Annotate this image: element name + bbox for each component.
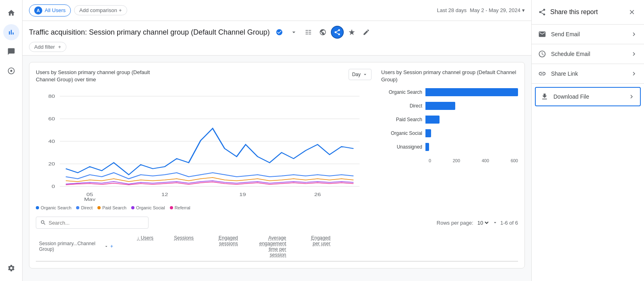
chart-legend: Organic Search Direct Paid Search O	[36, 205, 372, 210]
panel-item-left: Schedule Email	[538, 50, 590, 58]
charts-area: Users by Session primary channel group (…	[23, 56, 531, 281]
checkmark-icon-button[interactable]	[273, 26, 286, 39]
sidebar-item-advertising[interactable]	[3, 63, 19, 79]
chevron-right-icon	[630, 70, 638, 77]
col-users-header[interactable]: ↓ Users	[116, 235, 157, 258]
rows-per-page-label: Rows per page:	[437, 220, 473, 226]
legend-label: Organic Search	[41, 205, 71, 210]
add-comparison-button[interactable]: Add comparison +	[74, 5, 127, 15]
email-icon	[538, 30, 546, 38]
search-input-wrap	[36, 217, 149, 229]
all-users-chip[interactable]: A All Users	[29, 4, 71, 17]
close-panel-button[interactable]	[626, 6, 638, 18]
sidebar-item-home[interactable]	[3, 5, 19, 21]
schedule-email-label: Schedule Email	[551, 51, 590, 57]
legend-dot	[97, 206, 101, 209]
avatar: A	[34, 6, 42, 14]
svg-text:80: 80	[48, 95, 55, 99]
day-selector[interactable]: Day	[349, 69, 372, 80]
panel-title: Share this report	[550, 8, 598, 16]
search-input[interactable]	[49, 220, 144, 226]
add-filter-button[interactable]: Add filter +	[29, 42, 66, 52]
legend-direct: Direct	[76, 205, 93, 210]
chevron-right-icon	[628, 93, 635, 100]
legend-organic-search: Organic Search	[36, 205, 71, 210]
panel-item-left: Download File	[541, 93, 589, 101]
svg-text:20: 20	[48, 162, 55, 167]
col-sessions-header[interactable]: Sessions	[157, 235, 197, 258]
plus-icon[interactable]: +	[110, 244, 113, 249]
sidebar	[0, 0, 23, 281]
col-channel-header[interactable]: Session primary...Channel Group) +	[36, 235, 116, 258]
top-bar: A All Users Add comparison + Last 28 day…	[23, 0, 531, 21]
legend-dot	[76, 206, 79, 209]
schedule-email-item[interactable]: Schedule Email	[532, 44, 644, 64]
page-title: Traffic acquisition: Session primary cha…	[29, 28, 270, 37]
legend-label: Referral	[175, 205, 190, 210]
date-range-selector[interactable]: May 2 - May 29, 2024 ▾	[470, 7, 525, 13]
all-users-label: All Users	[45, 7, 66, 13]
bar-row-direct: Direct	[381, 102, 518, 110]
bar-track	[425, 116, 518, 124]
day-label: Day	[352, 72, 361, 77]
svg-text:May: May	[84, 198, 96, 201]
panel-header: Share this report	[532, 0, 644, 25]
col-channel-label: Session primary...Channel Group)	[39, 241, 102, 252]
chevron-down-icon	[104, 244, 109, 249]
search-row: Rows per page: 10 25 50 1-6 of 6	[36, 217, 518, 229]
bar-fill	[425, 143, 429, 151]
panel-header-left: Share this report	[538, 8, 598, 16]
edit-icon-button[interactable]	[360, 26, 373, 39]
top-bar-right: Last 28 days May 2 - May 29, 2024 ▾	[437, 7, 525, 13]
chart-card: Users by Session primary channel group (…	[29, 62, 525, 269]
sparkle-icon-button[interactable]	[345, 26, 358, 39]
legend-organic-social: Organic Social	[131, 205, 165, 210]
bar-track	[425, 143, 518, 151]
line-chart-section: Users by Session primary channel group (…	[36, 69, 372, 210]
table-header: Session primary...Channel Group) + ↓ Use…	[36, 232, 518, 262]
line-chart-header: Users by Session primary channel group (…	[36, 69, 372, 88]
date-prefix: Last 28 days	[437, 7, 467, 13]
download-icon	[541, 93, 549, 101]
bar-chart-container: Organic Search Direct Paid	[381, 88, 518, 163]
svg-text:60: 60	[48, 117, 55, 122]
svg-text:40: 40	[48, 140, 55, 144]
legend-label: Organic Social	[136, 205, 165, 210]
svg-point-0	[10, 70, 12, 72]
sidebar-item-settings[interactable]	[3, 260, 19, 276]
page-info: 1-6 of 6	[500, 220, 518, 226]
bar-track	[425, 88, 518, 96]
legend-referral: Referral	[170, 205, 190, 210]
col-engaged-header[interactable]: Engagedsessions	[197, 235, 241, 258]
col-avg-engagement-header[interactable]: Averageengagementtime persession	[241, 235, 289, 258]
svg-text:12: 12	[161, 193, 168, 197]
columns-icon-button[interactable]	[302, 26, 315, 39]
col-engaged-per-user-header[interactable]: Engagedper user	[289, 235, 334, 258]
bar-row-organic-social: Organic Social	[381, 129, 518, 137]
send-email-item[interactable]: Send Email	[532, 25, 644, 44]
bar-row-unassigned: Unassigned	[381, 143, 518, 151]
download-file-item[interactable]: Download File	[535, 87, 641, 106]
svg-text:19: 19	[239, 193, 246, 197]
right-panel: Share this report Send Email Schedule Em…	[531, 0, 644, 281]
x-axis-label: 600	[511, 158, 518, 163]
rows-per-page-select[interactable]: 10 25 50	[476, 219, 490, 226]
search-icon	[40, 219, 46, 226]
bar-label: Organic Search	[381, 89, 425, 95]
globe-icon-button[interactable]	[316, 26, 329, 39]
bar-chart-title: Users by Session primary channel group (…	[381, 69, 518, 83]
x-axis-label: 400	[482, 158, 489, 163]
bar-row-organic-search: Organic Search	[381, 88, 518, 96]
sidebar-item-explore[interactable]	[3, 43, 19, 60]
panel-item-left: Send Email	[538, 30, 580, 38]
sidebar-item-reports[interactable]	[3, 24, 19, 40]
schedule-icon	[538, 50, 546, 58]
add-filter-label: Add filter	[34, 44, 55, 50]
main-content: A All Users Add comparison + Last 28 day…	[23, 0, 531, 281]
share-icon-button[interactable]	[331, 26, 344, 39]
title-chevron-button[interactable]	[287, 26, 300, 39]
legend-dot	[36, 206, 39, 209]
title-icons	[273, 26, 373, 39]
send-email-label: Send Email	[551, 31, 580, 37]
share-link-item[interactable]: Share Link	[532, 64, 644, 84]
